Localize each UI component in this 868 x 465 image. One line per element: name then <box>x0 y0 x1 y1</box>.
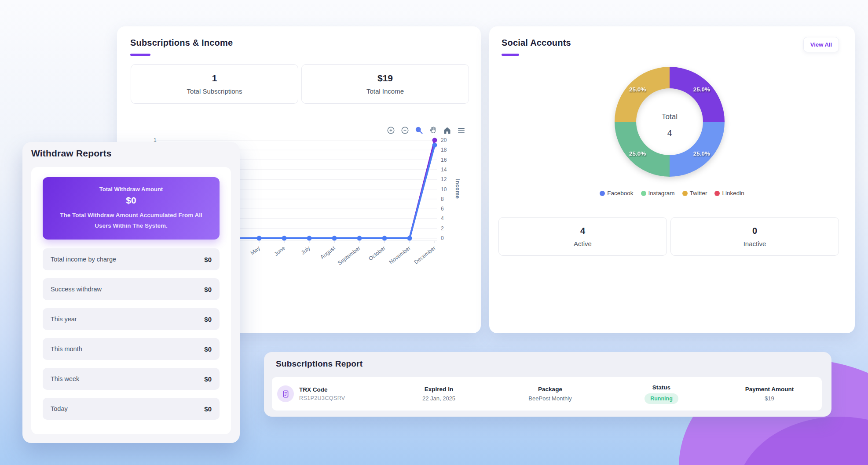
subscription-table-row[interactable]: TRX Code RS1P2U3CQSRV Expired In 22 Jan,… <box>272 377 822 411</box>
payment-amount-header: Payment Amount <box>745 386 794 392</box>
svg-text:8: 8 <box>441 196 444 202</box>
svg-text:25.0%: 25.0% <box>693 86 710 93</box>
active-accounts-stat: 4 Active <box>498 217 667 256</box>
expired-in-header: Expired In <box>425 386 453 392</box>
panning-hand-icon[interactable] <box>429 126 438 135</box>
svg-text:November: November <box>388 245 412 265</box>
withdraw-reports-panel: Total Withdraw Amount $0 The Total Withd… <box>31 167 231 434</box>
svg-text:2: 2 <box>441 225 444 232</box>
social-accounts-card: Social Accounts View All 25.0%25.0%25.0%… <box>489 26 855 333</box>
svg-text:10: 10 <box>441 186 447 193</box>
svg-text:May: May <box>249 245 262 256</box>
svg-text:14: 14 <box>441 167 447 173</box>
svg-text:6: 6 <box>441 206 444 212</box>
trx-code-cell: TRX Code RS1P2U3CQSRV <box>272 385 383 402</box>
twitter-dot-icon <box>682 191 688 196</box>
row-value: $0 <box>204 405 212 413</box>
package-value: BeePost Monthly <box>528 395 571 402</box>
payment-amount-cell: Payment Amount $19 <box>717 386 822 402</box>
receipt-icon <box>277 385 294 402</box>
svg-text:18: 18 <box>441 147 447 153</box>
withdraw-row-today: Today $0 <box>43 398 220 420</box>
selection-zoom-icon[interactable] <box>414 126 424 135</box>
row-value: $0 <box>204 316 212 323</box>
svg-text:12: 12 <box>441 176 447 182</box>
legend-item-facebook[interactable]: Facebook <box>600 190 633 196</box>
total-subscriptions-value: 1 <box>212 73 217 84</box>
title-accent-bar <box>130 54 150 56</box>
row-value: $0 <box>204 256 212 263</box>
legend-label: Instagram <box>648 190 675 196</box>
inactive-value: 0 <box>752 226 757 236</box>
total-withdraw-highlight: Total Withdraw Amount $0 The Total Withd… <box>43 177 220 240</box>
svg-text:September: September <box>337 245 362 266</box>
svg-text:October: October <box>367 245 387 262</box>
svg-text:25.0%: 25.0% <box>629 86 646 93</box>
legend-label: Twitter <box>690 190 707 196</box>
package-cell: Package BeePost Monthly <box>494 386 606 402</box>
svg-text:0: 0 <box>441 235 444 241</box>
status-cell: Status Running <box>606 384 717 404</box>
menu-icon[interactable] <box>457 126 466 135</box>
withdraw-row-this-month: This month $0 <box>43 338 220 360</box>
subscriptions-income-title: Subscriptions & Income <box>130 38 233 48</box>
inactive-label: Inactive <box>743 240 766 247</box>
total-withdraw-label: Total Withdraw Amount <box>99 186 163 193</box>
svg-text:August: August <box>319 245 337 260</box>
home-icon[interactable] <box>443 126 452 135</box>
trx-code-header: TRX Code <box>299 386 328 393</box>
row-value: $0 <box>204 286 212 293</box>
legend-item-twitter[interactable]: Twitter <box>682 190 707 196</box>
svg-text:Total: Total <box>662 113 678 121</box>
zoom-in-icon[interactable] <box>386 126 396 135</box>
active-label: Active <box>574 240 592 247</box>
linkedin-dot-icon <box>714 191 720 196</box>
facebook-dot-icon <box>600 191 605 196</box>
row-label: Today <box>51 405 68 412</box>
chart-toolbar <box>386 126 466 135</box>
legend-label: Linkedin <box>722 190 744 196</box>
svg-text:20: 20 <box>441 137 447 143</box>
social-accounts-donut-chart[interactable]: 25.0%25.0%25.0%25.0%Total4 <box>604 56 736 188</box>
subscriptions-report-card: Subscriptions Report TRX Code RS1P2U3CQS… <box>264 352 831 417</box>
total-income-value: $19 <box>377 73 393 84</box>
total-subscriptions-label: Total Subscriptions <box>187 87 242 95</box>
title-accent-bar <box>502 54 519 56</box>
total-subscriptions-stat: 1 Total Subscriptions <box>131 64 298 104</box>
withdraw-reports-card: Withdraw Reports Total Withdraw Amount $… <box>22 142 240 443</box>
total-income-label: Total Income <box>366 87 404 95</box>
svg-text:Income: Income <box>454 179 460 199</box>
svg-text:25.0%: 25.0% <box>629 150 646 157</box>
instagram-dot-icon <box>641 191 646 196</box>
svg-text:June: June <box>273 245 286 257</box>
withdraw-row-total-income-by-charge: Total income by charge $0 <box>43 248 220 270</box>
row-value: $0 <box>204 375 212 383</box>
withdraw-reports-title: Withdraw Reports <box>31 148 112 159</box>
payment-amount-value: $19 <box>765 395 774 402</box>
row-label: This year <box>51 316 77 323</box>
withdraw-row-this-week: This week $0 <box>43 368 220 390</box>
row-label: Success withdraw <box>51 286 102 293</box>
svg-text:July: July <box>300 245 312 256</box>
total-withdraw-description: The Total Withdraw Amount Accumulated Fr… <box>43 210 220 231</box>
trx-code-value: RS1P2U3CQSRV <box>299 395 345 401</box>
zoom-out-icon[interactable] <box>400 126 410 135</box>
withdraw-row-this-year: This year $0 <box>43 308 220 330</box>
legend-item-instagram[interactable]: Instagram <box>641 190 675 196</box>
row-label: Total income by charge <box>51 256 116 263</box>
row-value: $0 <box>204 345 212 353</box>
status-header: Status <box>652 384 670 391</box>
social-accounts-title: Social Accounts <box>502 38 571 48</box>
row-label: This month <box>51 345 82 352</box>
row-label: This week <box>51 375 79 382</box>
status-badge: Running <box>645 393 678 404</box>
active-value: 4 <box>580 226 585 236</box>
view-all-button[interactable]: View All <box>803 37 839 52</box>
withdraw-row-success-withdraw: Success withdraw $0 <box>43 278 220 300</box>
svg-text:4: 4 <box>441 215 444 222</box>
inactive-accounts-stat: 0 Inactive <box>670 217 839 256</box>
svg-text:4: 4 <box>667 128 672 138</box>
legend-item-linkedin[interactable]: Linkedin <box>714 190 744 196</box>
expired-in-cell: Expired In 22 Jan, 2025 <box>383 386 494 402</box>
legend-label: Facebook <box>607 190 633 196</box>
